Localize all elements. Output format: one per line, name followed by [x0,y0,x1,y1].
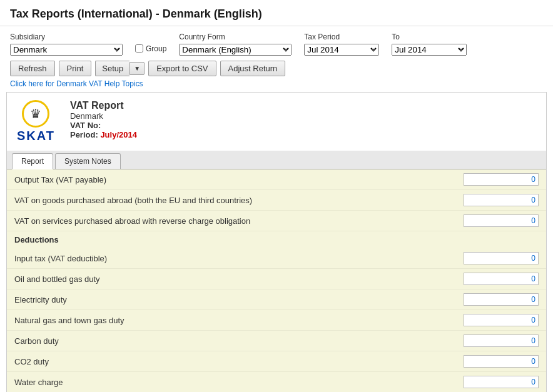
period-line: Period: July/2014 [70,130,137,139]
row-input-tax-label: Input tax (VAT deductible) [14,254,107,263]
toolbar-area: Subsidiary Denmark Group Country Form De… [0,26,553,92]
skat-logo: ♛ SKAT [17,100,55,143]
row-co2: CO2 duty [7,351,546,372]
setup-dropdown-arrow[interactable]: ▼ [129,62,145,75]
row-natural-gas: Natural gas and town gas duty [7,310,546,331]
country-form-filter: Country Form Denmark (English) [179,33,292,56]
row-carbon: Carbon duty [7,331,546,351]
row-vat-goods-input[interactable] [464,194,539,206]
subsidiary-select-wrapper[interactable]: Denmark [10,44,123,56]
tax-period-select[interactable]: Jul 2014 [304,44,379,56]
report-header: ♛ SKAT VAT Report Denmark VAT No: Period… [7,93,546,151]
row-carbon-input[interactable] [464,334,539,347]
subsidiary-select[interactable]: Denmark [10,44,123,56]
setup-button-group: Setup ▼ [95,61,145,76]
report-body: Output Tax (VAT payable) VAT on goods pu… [7,169,546,392]
row-natural-gas-label: Natural gas and town gas duty [14,316,124,325]
refresh-button[interactable]: Refresh [10,61,55,76]
tax-period-filter: Tax Period Jul 2014 [304,33,379,56]
vat-label: VAT No: [70,121,137,130]
row-co2-input[interactable] [464,355,539,368]
report-title: VAT Report [70,100,137,111]
group-label: Group [146,44,166,53]
period-value: July/2014 [100,130,137,139]
row-natural-gas-input[interactable] [464,314,539,326]
row-output-tax-input[interactable] [464,173,539,186]
country-form-select-wrapper[interactable]: Denmark (English) [179,44,292,56]
row-electricity: Electricity duty [7,289,546,310]
row-vat-goods: VAT on goods purchased abroad (both the … [7,190,546,211]
row-input-tax: Input tax (VAT deductible) [7,248,546,269]
row-co2-label: CO2 duty [14,357,49,366]
tax-period-select-wrapper[interactable]: Jul 2014 [304,44,379,56]
skat-text: SKAT [17,129,55,143]
row-oil-gas: Oil and bottled gas duty [7,269,546,289]
row-water: Water charge [7,372,546,392]
to-select-wrapper[interactable]: Jul 2014 [392,44,467,56]
row-oil-gas-label: Oil and bottled gas duty [14,274,100,284]
filter-row: Subsidiary Denmark Group Country Form De… [10,33,543,56]
report-container: ♛ SKAT VAT Report Denmark VAT No: Period… [6,92,547,392]
row-vat-goods-label: VAT on goods purchased abroad (both the … [14,196,252,205]
btn-row: Refresh Print Setup ▼ Export to CSV Adju… [10,61,543,76]
page-header: Tax Reports (International) - Denmark (E… [0,0,553,26]
tab-report[interactable]: Report [12,153,53,169]
skat-crown-icon: ♛ [22,100,49,128]
period-label: Period: [70,130,98,139]
to-filter: To Jul 2014 [392,33,467,56]
row-output-tax: Output Tax (VAT payable) [7,169,546,190]
crown-symbol: ♛ [30,106,41,121]
setup-button[interactable]: Setup [95,61,129,76]
subsidiary-label: Subsidiary [10,33,123,41]
to-select[interactable]: Jul 2014 [392,44,467,56]
to-label: To [392,33,467,41]
deductions-header: Deductions [7,231,546,248]
row-vat-services: VAT on services purchased abroad with re… [7,211,546,231]
row-vat-services-input[interactable] [464,214,539,227]
row-electricity-label: Electricity duty [14,295,67,304]
row-electricity-input[interactable] [464,293,539,306]
row-output-tax-label: Output Tax (VAT payable) [14,175,106,184]
row-input-tax-input[interactable] [464,252,539,264]
help-link[interactable]: Click here for Denmark VAT Help Topics [10,78,143,89]
country-form-label: Country Form [179,33,292,41]
tab-system-notes[interactable]: System Notes [55,153,121,169]
row-water-input[interactable] [464,376,539,388]
print-button[interactable]: Print [59,61,92,76]
group-check-area: Group [135,44,166,53]
row-carbon-label: Carbon duty [14,336,59,346]
row-vat-services-label: VAT on services purchased abroad with re… [14,216,250,226]
adjust-return-button[interactable]: Adjust Return [220,61,286,76]
row-water-label: Water charge [14,378,63,387]
report-title-block: VAT Report Denmark VAT No: Period: July/… [65,100,137,139]
group-checkbox[interactable] [135,44,143,53]
country-form-select[interactable]: Denmark (English) [179,44,292,56]
report-subtitle: Denmark [70,111,137,121]
tabs-bar: Report System Notes [7,151,546,169]
export-csv-button[interactable]: Export to CSV [148,61,216,76]
row-oil-gas-input[interactable] [464,273,539,285]
page-title: Tax Reports (International) - Denmark (E… [10,8,543,21]
tax-period-label: Tax Period [304,33,379,41]
subsidiary-filter: Subsidiary Denmark [10,33,123,56]
